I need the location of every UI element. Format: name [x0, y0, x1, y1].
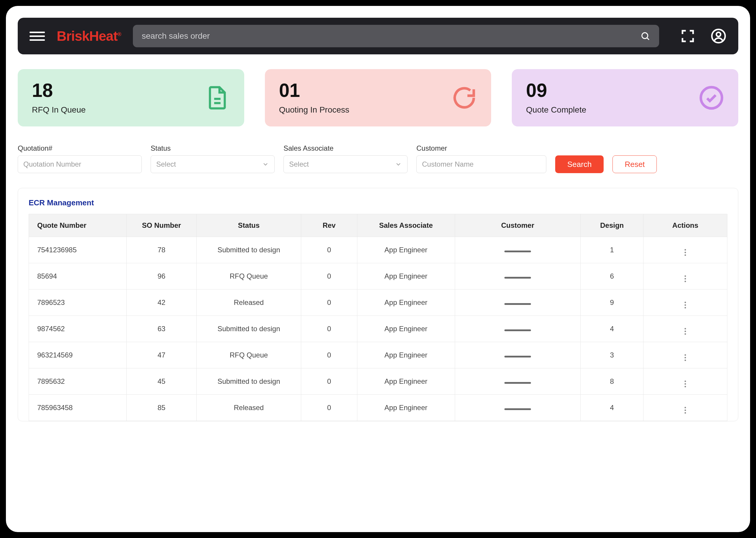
cell-customer	[455, 263, 580, 290]
reset-button[interactable]: Reset	[613, 155, 657, 173]
app-header: BriskHeat®	[18, 18, 738, 54]
cell-rev: 0	[301, 368, 357, 395]
cell-so: 85	[127, 395, 197, 421]
cell-status: Submitted to design	[196, 237, 301, 263]
card-rfq-queue[interactable]: 18 RFQ In Queue	[18, 69, 244, 127]
th-so-number: SO Number	[127, 214, 197, 237]
table-row[interactable]: 789652342Released0App Engineer9	[29, 290, 727, 316]
cell-rev: 0	[301, 237, 357, 263]
cell-customer	[455, 395, 580, 421]
cell-actions	[643, 368, 727, 395]
fullscreen-icon[interactable]	[680, 28, 696, 44]
th-quote-number: Quote Number	[29, 214, 127, 237]
ecr-table: Quote Number SO Number Status Rev Sales …	[29, 214, 727, 421]
cell-so: 42	[127, 290, 197, 316]
associate-select[interactable]: Select	[283, 155, 408, 173]
table-row[interactable]: 754123698578Submitted to design0App Engi…	[29, 237, 727, 263]
th-actions: Actions	[643, 214, 727, 237]
customer-input-wrap[interactable]	[416, 155, 546, 173]
status-label: Status	[151, 144, 275, 152]
more-icon[interactable]	[684, 407, 686, 414]
more-icon[interactable]	[684, 249, 686, 256]
customer-placeholder-line	[504, 356, 531, 357]
cell-quote: 9874562	[29, 316, 127, 342]
card-value: 09	[526, 81, 586, 100]
cell-status: RFQ Queue	[196, 342, 301, 368]
card-value: 18	[32, 81, 86, 100]
cell-customer	[455, 342, 580, 368]
search-input[interactable]	[142, 31, 640, 41]
search-button[interactable]: Search	[555, 155, 604, 173]
table-row[interactable]: 8569496RFQ Queue0App Engineer6	[29, 263, 727, 290]
customer-input[interactable]	[422, 160, 541, 168]
cell-quote: 85694	[29, 263, 127, 290]
cell-associate: App Engineer	[357, 342, 455, 368]
th-status: Status	[196, 214, 301, 237]
cell-status: RFQ Queue	[196, 263, 301, 290]
customer-placeholder-line	[504, 277, 531, 279]
quotation-input[interactable]	[23, 160, 136, 168]
cell-so: 63	[127, 316, 197, 342]
more-icon[interactable]	[684, 302, 686, 308]
status-select[interactable]: Select	[151, 155, 275, 173]
cell-design: 3	[580, 342, 643, 368]
customer-label: Customer	[416, 144, 546, 152]
header-actions	[680, 28, 727, 44]
cell-design: 8	[580, 368, 643, 395]
cell-design: 4	[580, 395, 643, 421]
more-icon[interactable]	[684, 354, 686, 361]
card-quoting-process[interactable]: 01 Quoting In Process	[265, 69, 491, 127]
table-row[interactable]: 78596345885Released0App Engineer4	[29, 395, 727, 421]
cell-rev: 0	[301, 263, 357, 290]
cell-design: 9	[580, 290, 643, 316]
more-icon[interactable]	[684, 381, 686, 387]
cell-customer	[455, 237, 580, 263]
check-circle-icon	[699, 85, 724, 111]
card-value: 01	[279, 81, 349, 100]
svg-point-3	[716, 32, 721, 36]
cell-customer	[455, 290, 580, 316]
customer-placeholder-line	[504, 382, 531, 384]
cell-actions	[643, 237, 727, 263]
cell-associate: App Engineer	[357, 290, 455, 316]
table-row[interactable]: 789563245Submitted to design0App Enginee…	[29, 368, 727, 395]
cell-customer	[455, 316, 580, 342]
cell-so: 47	[127, 342, 197, 368]
table-row[interactable]: 987456263Submitted to design0App Enginee…	[29, 316, 727, 342]
menu-icon[interactable]	[29, 28, 45, 44]
th-customer: Customer	[455, 214, 580, 237]
more-icon[interactable]	[684, 275, 686, 282]
search-icon[interactable]	[640, 31, 650, 41]
quotation-input-wrap[interactable]	[18, 155, 142, 173]
cell-status: Released	[196, 395, 301, 421]
cell-quote: 7895632	[29, 368, 127, 395]
card-label: Quoting In Process	[279, 105, 349, 115]
cell-actions	[643, 316, 727, 342]
cell-customer	[455, 368, 580, 395]
global-search[interactable]	[133, 25, 659, 47]
app-frame: BriskHeat® 18 RFQ In Queue	[6, 6, 750, 532]
cell-quote: 963214569	[29, 342, 127, 368]
customer-placeholder-line	[504, 408, 531, 410]
cell-actions	[643, 395, 727, 421]
cell-rev: 0	[301, 342, 357, 368]
customer-placeholder-line	[504, 303, 531, 305]
quotation-label: Quotation#	[18, 144, 142, 152]
brand-logo: BriskHeat®	[57, 28, 121, 44]
cell-so: 78	[127, 237, 197, 263]
svg-line-1	[647, 38, 649, 40]
customer-placeholder-line	[504, 250, 531, 252]
card-quote-complete[interactable]: 09 Quote Complete	[512, 69, 738, 127]
customer-placeholder-line	[504, 329, 531, 331]
table-row[interactable]: 96321456947RFQ Queue0App Engineer3	[29, 342, 727, 368]
profile-icon[interactable]	[711, 28, 727, 44]
cell-quote: 785963458	[29, 395, 127, 421]
svg-point-0	[642, 33, 648, 39]
cell-actions	[643, 342, 727, 368]
cell-design: 4	[580, 316, 643, 342]
cell-status: Submitted to design	[196, 368, 301, 395]
cell-so: 45	[127, 368, 197, 395]
cell-associate: App Engineer	[357, 263, 455, 290]
cell-so: 96	[127, 263, 197, 290]
more-icon[interactable]	[684, 328, 686, 335]
